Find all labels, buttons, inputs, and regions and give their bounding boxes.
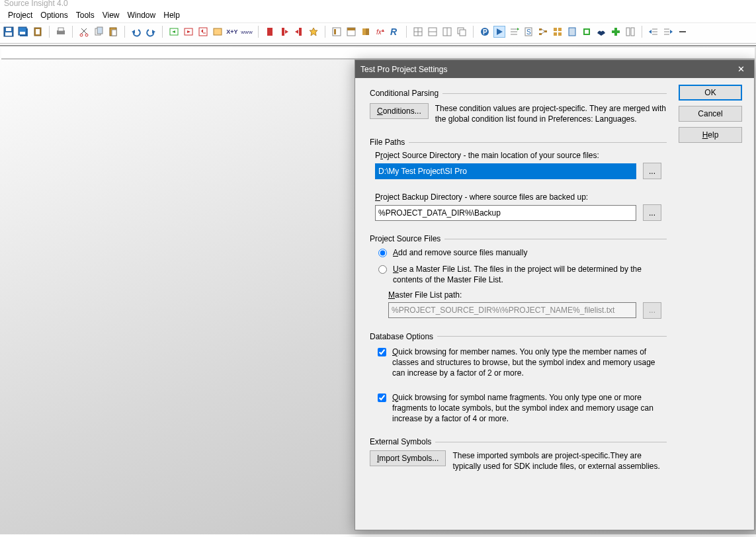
menu-help[interactable]: Help	[163, 11, 180, 20]
svg-rect-15	[97, 27, 103, 34]
menubar: Project Options Tools View Window Help	[0, 9, 756, 22]
toolbar-sep	[124, 26, 125, 38]
browse-master-button: ...	[643, 302, 661, 319]
browse-icon[interactable]	[212, 26, 224, 38]
minus-icon[interactable]	[677, 26, 689, 38]
cut-icon[interactable]	[78, 26, 90, 38]
menu-window[interactable]: Window	[128, 11, 156, 20]
print-icon[interactable]	[55, 26, 67, 38]
cells-icon[interactable]	[624, 26, 636, 38]
clipboard-icon[interactable]	[32, 26, 44, 38]
star-icon[interactable]	[308, 26, 319, 38]
svg-rect-29	[282, 28, 284, 36]
svg-rect-35	[334, 29, 336, 34]
book-icon[interactable]	[360, 26, 372, 38]
toolbar-sep	[258, 26, 259, 38]
sym-win-icon[interactable]	[331, 26, 343, 38]
indent-left-icon[interactable]	[648, 26, 659, 38]
group-external-symbols: External Symbols	[370, 437, 667, 446]
svg-rect-63	[544, 30, 547, 32]
book-green-icon[interactable]	[581, 26, 593, 38]
radio-manual-label: Add and remove source files manually	[393, 247, 527, 258]
list-icon[interactable]	[508, 26, 520, 38]
close-icon[interactable]: ✕	[733, 64, 749, 74]
bm-prev-icon[interactable]	[293, 26, 305, 38]
check-quick-members-label: Quick browsing for member names. You onl…	[392, 347, 667, 379]
svg-rect-85	[679, 31, 686, 32]
master-file-list-label: Master File List path:	[388, 290, 667, 300]
svg-line-65	[542, 32, 544, 34]
svg-rect-34	[333, 28, 341, 36]
radio-manual[interactable]	[378, 249, 387, 257]
project-source-dir-input[interactable]	[375, 163, 636, 179]
svg-point-12	[80, 34, 83, 36]
ok-button[interactable]: OK	[679, 85, 742, 101]
help-button[interactable]: Help	[679, 127, 742, 143]
menu-view[interactable]: View	[103, 11, 120, 20]
svg-rect-67	[558, 28, 562, 31]
svg-rect-7	[36, 29, 40, 34]
bm-next-icon[interactable]	[278, 26, 290, 38]
split-h-icon[interactable]	[412, 26, 424, 38]
bird-icon[interactable]	[595, 26, 607, 38]
save-all-icon[interactable]	[17, 26, 29, 38]
project-backup-dir-input[interactable]	[375, 205, 636, 221]
svg-text:P: P	[483, 28, 487, 36]
toolbar: X+Y www fx R P S	[0, 22, 756, 44]
svg-rect-39	[366, 28, 369, 35]
svg-rect-1	[5, 32, 12, 36]
ctx-win-icon[interactable]	[345, 26, 357, 38]
highlight-run-icon[interactable]	[493, 26, 505, 38]
grid-icon[interactable]	[552, 26, 564, 38]
plus-green-icon[interactable]	[610, 26, 622, 38]
xy-icon[interactable]: X+Y	[226, 26, 238, 38]
nav-back-icon[interactable]	[168, 26, 180, 38]
tree-icon[interactable]	[537, 26, 549, 38]
svg-rect-2	[6, 28, 11, 31]
group-project-source-files: Project Source Files	[370, 234, 667, 243]
check-quick-members[interactable]	[378, 348, 386, 356]
menu-project[interactable]: Project	[8, 11, 32, 20]
svg-marker-58	[517, 28, 519, 30]
nav-fwd-icon[interactable]	[183, 26, 194, 38]
browse-backup-button[interactable]: ...	[643, 204, 661, 221]
indent-right-icon[interactable]	[662, 26, 674, 38]
radio-master-list[interactable]	[378, 265, 387, 274]
doc-blue-icon[interactable]	[566, 26, 578, 38]
redo-icon[interactable]	[145, 26, 157, 38]
menu-options[interactable]: Options	[40, 11, 67, 20]
conditions-desc: These condition values are project-speci…	[435, 103, 667, 124]
svg-rect-74	[612, 30, 620, 33]
master-file-list-input	[388, 302, 636, 318]
bm-set-icon[interactable]	[264, 26, 276, 38]
svg-rect-72	[585, 30, 589, 34]
doc-sync-icon[interactable]: S	[523, 26, 534, 38]
func-up-icon[interactable]: fx	[374, 26, 386, 38]
toolbar-sep	[325, 26, 325, 38]
undo-icon[interactable]	[130, 26, 142, 38]
svg-text:S: S	[526, 28, 531, 36]
cancel-button[interactable]: Cancel	[679, 106, 742, 122]
save-icon[interactable]	[3, 26, 15, 38]
split-v2-icon[interactable]	[441, 26, 453, 38]
split-v1-icon[interactable]	[427, 26, 439, 38]
svg-text:fx: fx	[376, 28, 382, 36]
import-symbols-button[interactable]: Import Symbols...	[370, 450, 446, 466]
menu-tools[interactable]: Tools	[76, 11, 95, 20]
dialog-titlebar[interactable]: Test Pro Project Settings ✕	[355, 60, 754, 78]
copy-icon[interactable]	[93, 26, 105, 38]
www-icon[interactable]: www	[241, 26, 253, 38]
svg-rect-9	[58, 28, 63, 31]
circle-p-icon[interactable]: P	[479, 26, 491, 38]
svg-marker-80	[649, 30, 651, 34]
check-quick-fragments[interactable]	[378, 393, 386, 402]
relations-icon[interactable]: R	[389, 26, 401, 38]
empty-tabbar	[1, 48, 755, 60]
conditions-button[interactable]: Conditions...	[370, 103, 429, 119]
browse-src-button[interactable]: ...	[643, 163, 661, 179]
paste-icon[interactable]	[107, 26, 119, 38]
src-dir-label: Project Source Directory - the main loca…	[375, 151, 667, 160]
goto-def-icon[interactable]	[197, 26, 209, 38]
svg-rect-62	[539, 33, 542, 35]
cascade-icon[interactable]	[456, 26, 468, 38]
